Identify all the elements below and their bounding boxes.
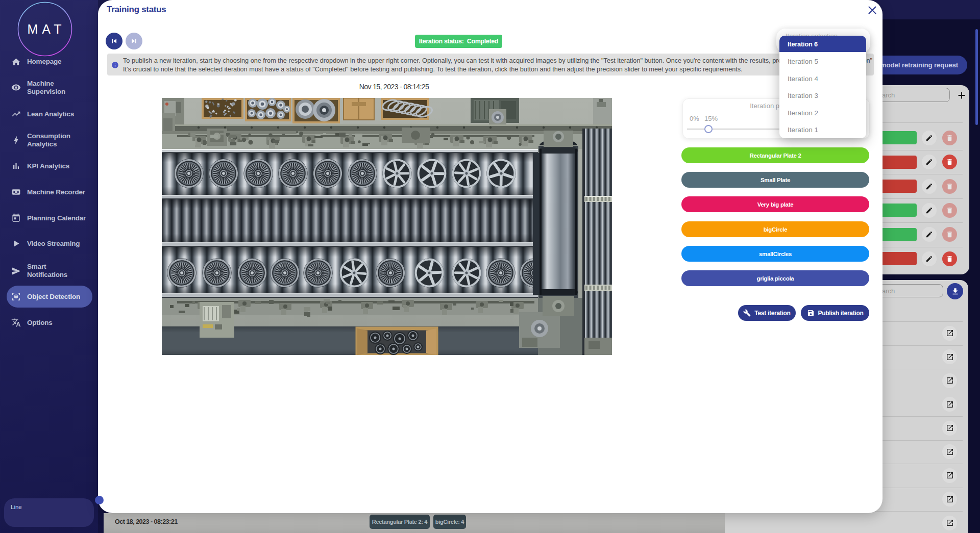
svg-text:MAT: MAT <box>28 22 66 36</box>
